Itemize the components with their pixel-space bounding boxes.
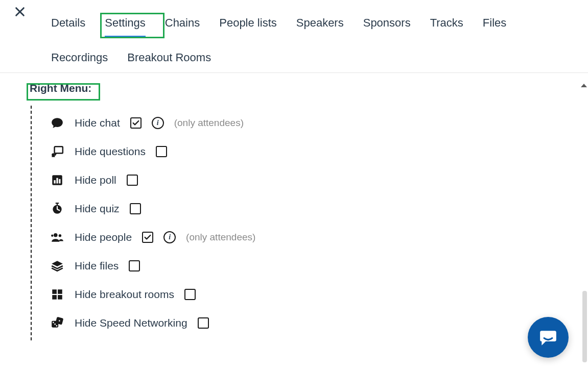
svg-point-18 xyxy=(56,325,58,327)
quiz-icon xyxy=(50,202,64,216)
chat-icon xyxy=(50,116,64,130)
info-icon[interactable]: i xyxy=(163,231,176,243)
option-label: Hide chat xyxy=(75,117,120,129)
tab-chains[interactable]: Chains xyxy=(165,16,200,32)
svg-point-17 xyxy=(53,322,54,324)
svg-rect-5 xyxy=(59,179,60,184)
people-icon xyxy=(50,230,64,244)
settings-content: Right Menu: Hide chati(only attendees)Hi… xyxy=(0,73,588,340)
svg-rect-15 xyxy=(58,295,62,300)
option-label: Hide files xyxy=(75,260,119,272)
close-icon xyxy=(14,6,26,17)
support-chat-button[interactable] xyxy=(528,317,569,358)
checkbox-hide-breakout-rooms[interactable] xyxy=(184,289,196,300)
section-title-right-menu: Right Menu: xyxy=(30,82,588,94)
svg-rect-12 xyxy=(52,289,57,294)
tab-speakers[interactable]: Speakers xyxy=(296,16,344,32)
option-row-hide-poll: Hide poll xyxy=(50,166,588,194)
option-row-hide-chat: Hide chati(only attendees) xyxy=(50,109,588,137)
checkbox-hide-chat[interactable] xyxy=(130,117,142,129)
option-row-hide-quiz: Hide quiz xyxy=(50,194,588,223)
info-icon[interactable]: i xyxy=(152,117,164,129)
checkbox-hide-quiz[interactable] xyxy=(130,203,141,214)
svg-point-11 xyxy=(51,235,53,237)
option-row-hide-people: Hide peoplei(only attendees) xyxy=(50,223,588,252)
option-row-hide-speed-networking: Hide Speed Networking xyxy=(50,309,588,337)
tab-details[interactable]: Details xyxy=(51,16,85,32)
svg-rect-0 xyxy=(55,146,63,153)
option-hint: (only attendees) xyxy=(186,232,255,243)
svg-rect-3 xyxy=(54,180,56,184)
checkbox-hide-people[interactable] xyxy=(142,232,153,243)
checkbox-hide-poll[interactable] xyxy=(127,175,138,186)
questions-icon xyxy=(50,144,64,159)
files-icon xyxy=(50,259,64,273)
tab-settings[interactable]: Settings xyxy=(105,16,146,32)
tabs-container: DetailsSettingsChainsPeople listsSpeaker… xyxy=(0,0,542,66)
close-button[interactable] xyxy=(11,3,29,20)
svg-point-19 xyxy=(54,324,56,325)
breakout-icon xyxy=(50,287,64,302)
svg-point-10 xyxy=(59,234,61,237)
dice-icon xyxy=(50,316,64,330)
option-row-hide-questions: Hide questions xyxy=(50,137,588,166)
tab-sponsors[interactable]: Sponsors xyxy=(363,16,411,32)
scrollbar[interactable] xyxy=(582,291,587,362)
svg-rect-14 xyxy=(52,295,57,300)
checkbox-hide-questions[interactable] xyxy=(156,146,167,157)
option-hint: (only attendees) xyxy=(174,117,244,129)
option-label: Hide Speed Networking xyxy=(75,317,187,329)
scroll-up-arrow[interactable] xyxy=(581,84,587,87)
svg-rect-4 xyxy=(56,178,58,184)
option-row-hide-breakout-rooms: Hide breakout rooms xyxy=(50,280,588,309)
checkbox-hide-speed-networking[interactable] xyxy=(198,317,209,329)
option-label: Hide quiz xyxy=(75,203,120,215)
svg-rect-8 xyxy=(56,203,59,204)
option-label: Hide poll xyxy=(75,174,116,186)
tab-tracks[interactable]: Tracks xyxy=(430,16,463,32)
svg-point-21 xyxy=(59,320,60,321)
tab-people-lists[interactable]: People lists xyxy=(219,16,277,32)
option-label: Hide breakout rooms xyxy=(75,288,174,301)
option-label: Hide people xyxy=(75,231,132,243)
options-list: Hide chati(only attendees)Hide questions… xyxy=(31,106,588,340)
svg-rect-13 xyxy=(58,289,62,294)
tab-breakout-rooms[interactable]: Breakout Rooms xyxy=(127,51,211,66)
tab-files[interactable]: Files xyxy=(483,16,506,32)
chat-bubble-icon xyxy=(538,328,558,347)
tab-recordings[interactable]: Recordings xyxy=(51,51,108,66)
option-row-hide-files: Hide files xyxy=(50,252,588,280)
checkbox-hide-files[interactable] xyxy=(129,260,140,271)
option-label: Hide questions xyxy=(75,145,146,158)
poll-icon xyxy=(50,173,64,187)
top-bar: DetailsSettingsChainsPeople listsSpeaker… xyxy=(0,0,588,73)
svg-point-9 xyxy=(54,233,58,237)
